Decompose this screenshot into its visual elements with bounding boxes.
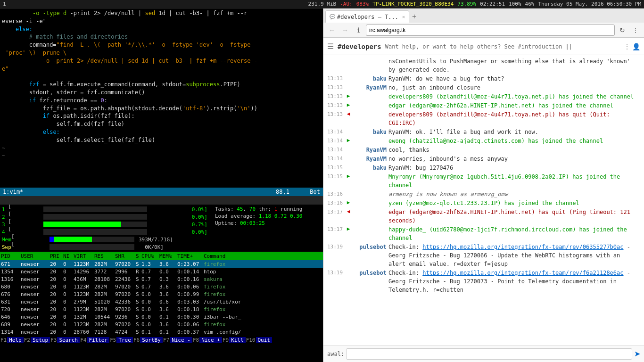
table-row[interactable]: 1316 newser 20 0 436M 28108 22436 S 0.7 … (0, 275, 323, 283)
tab-bar[interactable]: 💬 #developers — T... ✕ + (323, 8, 644, 23)
table-row[interactable]: 646 newser 20 0 132M 10544 9236 S 0.0 0.… (0, 313, 323, 321)
msg-content: developers809 (bzlandfill@moz-4u4r71.toy… (388, 110, 640, 127)
irc-container: ☰ #developers Want help, or want to help… (323, 38, 644, 362)
workspace-indicator: 1 (3, 1, 6, 7)
msg-timestamp: 13:14 (327, 128, 343, 136)
refresh-button[interactable]: ↻ (617, 25, 628, 36)
f7-label[interactable]: Nice - (170, 337, 192, 343)
list-item: 13:13 RyanVM no, just an inbound closure (327, 83, 640, 92)
irc-input-area[interactable]: awal: ➤ (323, 345, 644, 362)
list-item: 13:17 ◀ edgar (edgar@moz-2hf62a.HINET-IP… (327, 208, 640, 225)
table-row[interactable]: 720 newser 20 0 1123M 282M 97020 S 0.0 3… (0, 305, 323, 313)
htop-uptime-line: Uptime: 00:03:25 (213, 220, 321, 227)
msg-content: armenzg is now known as armenzg_omw (388, 190, 640, 198)
msg-timestamp: 13:14 (327, 146, 343, 154)
msg-content: Check-in: https://hg.mozilla.org/integra… (388, 243, 640, 268)
f8-label[interactable]: Nice + (199, 337, 222, 343)
browser-panel[interactable]: 💬 #developers — T... ✕ + ← → ℹ ↻ ⋮ ☰ #de (323, 8, 644, 362)
menu-button[interactable]: ⋮ (630, 25, 641, 36)
f4-label[interactable]: Filter (87, 337, 109, 343)
f3-key: F3 (50, 337, 57, 343)
msg-nick: RyanVM (354, 155, 387, 163)
htop-funcbar[interactable]: F1Help F2Setup F3Search F4Filter F5Tree … (0, 336, 323, 344)
f9-label[interactable]: Kill (229, 337, 246, 343)
table-row[interactable]: 631 newser 20 0 279M 51020 42336 S 0.0 0… (0, 298, 323, 305)
f6-label[interactable]: SortBy (140, 337, 163, 343)
join-icon: ▶ (345, 225, 352, 233)
vim-editor[interactable]: -o -type d -print 2> /dev/null | sed 1d … (0, 8, 323, 188)
msg-timestamp: 13:16 (327, 199, 343, 207)
f1-label[interactable]: Help (7, 337, 24, 343)
part-icon: ◀ (345, 208, 352, 216)
proc-table-header: PID USER PRI NI VIRT RES SHR S CPU% MEM%… (0, 252, 323, 260)
f6-key: F6 (133, 337, 140, 343)
f2-label[interactable]: Setup (31, 337, 50, 343)
f10-key: F10 (246, 337, 256, 343)
msg-timestamp: 13:13 (327, 110, 343, 119)
f3-label[interactable]: Search (57, 337, 80, 343)
msg-timestamp: 13:15 (327, 164, 343, 172)
vim-line: else: (0, 128, 323, 136)
vim-status-line: 1:vim* 88,1 Bot (0, 188, 323, 196)
forward-button[interactable]: → (339, 25, 351, 36)
msg-timestamp: 13:19 (327, 269, 343, 277)
terminal-panel[interactable]: -o -type d -print 2> /dev/null | sed 1d … (0, 8, 323, 362)
vim-mode-bar (0, 196, 323, 205)
f5-label[interactable]: Tree (116, 337, 133, 343)
list-item: 13:17 ▶ happy-dude_ (uid62780@moz-1jci7f… (327, 225, 640, 242)
htop-swp-meter: Swp[ 0K/0K] (2, 243, 207, 251)
vim-line: self.fm.select_file(fzf_file) (0, 136, 323, 144)
list-item: 13:16 ▶ yzen (yzen@moz-qlo.tc1.233.23.IP… (327, 199, 640, 207)
msg-timestamp: 13:19 (327, 243, 343, 251)
msg-timestamp: 13:13 (327, 74, 343, 83)
table-row[interactable]: 676 newser 20 0 1123M 282M 97020 S 0.0 3… (0, 290, 323, 298)
vim-line: e" (0, 65, 323, 73)
process-table: PID USER PRI NI VIRT RES SHR S CPU% MEM%… (0, 252, 323, 336)
msg-nick: pulsebot (354, 269, 387, 277)
irc-settings-button[interactable]: ⋮ (624, 43, 630, 50)
back-button[interactable]: ← (326, 25, 338, 36)
irc-members-button[interactable]: 👤 (632, 43, 640, 50)
htop-area[interactable]: 1 [ 0.0%] 2 [ 0.0%] 3 [ (0, 205, 323, 362)
url-bar[interactable] (366, 25, 615, 36)
msg-content: developers809 (bzlandfill@moz-4u4r71.toy… (388, 92, 640, 101)
vim-line: else: (0, 25, 323, 33)
vim-line: stdout, stderr = fzf.communicate() (0, 89, 323, 97)
irc-input[interactable] (346, 348, 632, 360)
irc-topic: Want help, or want to help others? See #… (385, 43, 624, 50)
msg-content: RyanVM: ok. I'll file a bug and work it … (388, 128, 640, 136)
cpu-val: 083% (356, 1, 369, 7)
irc-link[interactable]: https://hg.mozilla.org/integration/fx-te… (422, 270, 623, 276)
list-item: 13:19 pulsebot Check-in: https://hg.mozi… (327, 243, 640, 268)
proc-rows: 671 newser 20 0 1123M 282M 97020 S 1.3 3… (0, 260, 323, 336)
full-datetime: Thursday 05 May, 2016 06:50:30 PM (538, 1, 641, 7)
irc-main: ☰ #developers Want help, or want to help… (323, 38, 644, 362)
table-row[interactable]: 1314 newser 20 0 28760 7128 4724 S 0.1 0… (0, 328, 323, 336)
table-row[interactable]: 1354 newser 20 0 14296 3772 2996 R 0.7 0… (0, 268, 323, 275)
active-tab[interactable]: 💬 #developers — T... ✕ (325, 10, 409, 23)
f7-key: F7 (163, 337, 170, 343)
clock: 02:22:51 (480, 1, 505, 7)
join-icon: ▶ (345, 173, 352, 181)
join-icon: ▶ (345, 101, 352, 109)
vim-position: 88,1 Bot (276, 189, 320, 195)
nav-bar[interactable]: ← → ℹ ↻ ⋮ (323, 23, 644, 38)
tab-close-button[interactable]: ✕ (402, 14, 405, 19)
f10-label[interactable]: Quit (256, 337, 272, 343)
f5-key: F5 (109, 337, 116, 343)
info-button[interactable]: ℹ (353, 25, 364, 36)
table-row[interactable]: 680 newser 20 0 1123M 282M 97020 S 0.7 3… (0, 283, 323, 290)
table-row[interactable]: 671 newser 20 0 1123M 282M 97020 S 1.3 3… (0, 260, 323, 268)
new-tab-button[interactable]: + (410, 12, 418, 21)
msg-content: Check-in: https://hg.mozilla.org/integra… (388, 269, 640, 294)
f8-key: F8 (192, 337, 199, 343)
tab-title: #developers — T... (337, 14, 398, 20)
list-item: 13:15 baku RyanVM: bug 1270476 (327, 164, 640, 172)
irc-link[interactable]: https://hg.mozilla.org/integration/fx-te… (422, 244, 623, 250)
irc-send-button[interactable]: ➤ (634, 349, 640, 358)
table-row[interactable]: 689 newser 20 0 1123M 282M 97020 S 0.0 3… (0, 321, 323, 328)
vim-line: -o -print 2> /dev/null | sed 1d | cut -b… (0, 57, 323, 65)
vim-line: 'proc' \) -prune \ (0, 49, 323, 57)
irc-messages[interactable]: nsContentUtils to PushManager or somethi… (323, 55, 644, 345)
hamburger-icon[interactable]: ☰ (327, 42, 334, 51)
